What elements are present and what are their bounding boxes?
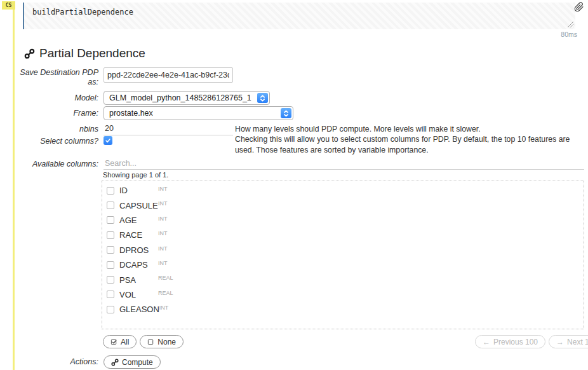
checkbox-empty-icon xyxy=(147,338,154,345)
save-dest-input[interactable] xyxy=(104,67,233,83)
column-type: INT xyxy=(158,260,168,266)
column-row: CAPSULE INT xyxy=(102,198,584,212)
page-heading: Partial Dependence xyxy=(24,46,145,60)
column-name: DPROS xyxy=(119,245,158,255)
column-row: RACE INT xyxy=(102,228,584,242)
checkbox-checked-icon xyxy=(110,338,117,345)
column-checkbox[interactable] xyxy=(107,261,114,269)
link-icon xyxy=(111,359,119,366)
column-name: VOL xyxy=(119,290,158,299)
select-columns-checkbox[interactable] xyxy=(104,136,112,145)
select-columns-label: Select columns? xyxy=(0,137,98,146)
column-type: REAL xyxy=(158,290,173,296)
column-checkbox[interactable] xyxy=(107,291,114,298)
flow-notebook-page: CS buildPartialDependence 80ms Partial D… xyxy=(0,0,588,370)
column-type: INT xyxy=(158,200,168,207)
column-row: ID INT xyxy=(102,183,584,198)
nbins-help: How many levels should PDP compute. More… xyxy=(235,124,582,135)
cell-type-badge[interactable]: CS xyxy=(2,1,15,10)
column-row: VOL REAL xyxy=(102,287,584,302)
model-select[interactable]: GLM_model_python_1485286128765_1 xyxy=(104,91,270,105)
resize-grip-icon[interactable] xyxy=(566,20,574,28)
frame-select-value: prostate.hex xyxy=(109,109,281,118)
select-stepper-icon xyxy=(257,93,268,103)
previous-100-label: Previous 100 xyxy=(493,338,538,346)
search-input[interactable] xyxy=(104,157,584,170)
actions-label: Actions: xyxy=(0,357,98,367)
column-checkbox[interactable] xyxy=(107,202,114,209)
column-type: INT xyxy=(159,305,169,311)
previous-100-button[interactable]: ← Previous 100 xyxy=(475,335,545,348)
code-input[interactable]: buildPartialDependence xyxy=(32,8,133,17)
next-100-label: Next 100 xyxy=(567,338,588,346)
column-checkbox[interactable] xyxy=(107,306,114,313)
column-list: ID INT CAPSULE INT AGE INT RACE INT DPRO… xyxy=(102,181,584,329)
column-name: DCAPS xyxy=(119,260,158,270)
column-row: AGE INT xyxy=(102,213,584,228)
paperclip-icon[interactable] xyxy=(574,2,584,12)
pager-buttons: ← Previous 100 → Next 100 xyxy=(475,335,588,348)
nbins-label: nbins xyxy=(0,125,98,134)
link-icon xyxy=(24,48,35,59)
column-name: RACE xyxy=(119,230,158,240)
column-type: INT xyxy=(158,186,168,192)
column-type: INT xyxy=(158,216,168,222)
page-title: Partial Dependence xyxy=(39,46,145,60)
compute-label: Compute xyxy=(122,358,153,367)
right-arrow-icon: → xyxy=(556,338,564,346)
available-columns-label: Available columns: xyxy=(0,160,98,169)
column-name: AGE xyxy=(119,216,158,225)
cell-margin-line xyxy=(13,10,15,370)
column-type: INT xyxy=(158,230,168,236)
next-100-button[interactable]: → Next 100 xyxy=(549,335,588,348)
paging-status: Showing page 1 of 1. xyxy=(103,171,168,179)
frame-select[interactable]: prostate.hex xyxy=(104,106,293,120)
column-checkbox[interactable] xyxy=(107,231,114,239)
column-type: REAL xyxy=(158,275,173,281)
save-dest-label: Save Destination PDP as: xyxy=(15,68,98,87)
select-columns-help: Checking this will allow you to select c… xyxy=(235,134,582,155)
model-label: Model: xyxy=(0,93,98,103)
column-checkbox[interactable] xyxy=(107,246,114,254)
column-row: PSA REAL xyxy=(102,272,584,287)
column-name: CAPSULE xyxy=(119,201,158,210)
code-cell[interactable]: buildPartialDependence xyxy=(23,3,575,29)
left-arrow-icon: ← xyxy=(483,338,490,346)
column-type: INT xyxy=(158,245,168,252)
column-checkbox[interactable] xyxy=(107,216,114,224)
compute-button[interactable]: Compute xyxy=(104,355,161,369)
select-all-label: All xyxy=(121,338,129,346)
column-name: ID xyxy=(119,186,158,195)
nbins-input[interactable] xyxy=(104,122,233,135)
model-select-value: GLM_model_python_1485286128765_1 xyxy=(109,93,257,102)
select-none-label: None xyxy=(157,338,176,346)
column-checkbox[interactable] xyxy=(107,187,114,195)
column-row: DPROS INT xyxy=(102,243,584,257)
select-none-button[interactable]: None xyxy=(140,335,184,348)
column-row: DCAPS INT xyxy=(102,257,584,272)
select-all-button[interactable]: All xyxy=(103,335,137,348)
elapsed-time: 80ms xyxy=(561,31,577,38)
column-name: PSA xyxy=(119,275,158,285)
column-name: GLEASON xyxy=(119,305,159,314)
frame-label: Frame: xyxy=(0,109,98,118)
check-icon xyxy=(105,137,111,144)
select-stepper-icon xyxy=(281,108,291,118)
column-row: GLEASON INT xyxy=(102,302,584,317)
selection-buttons: All None xyxy=(103,335,184,348)
column-checkbox[interactable] xyxy=(107,276,114,284)
